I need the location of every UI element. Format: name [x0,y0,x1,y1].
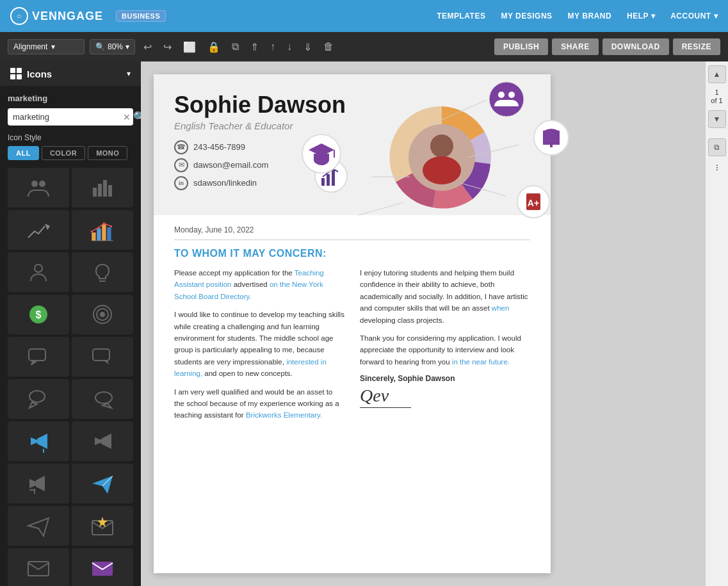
down-btn[interactable]: ↓ [284,38,295,55]
icon-paper-plane[interactable] [72,464,133,503]
rail-scroll-up[interactable]: ▲ [708,65,726,83]
sidebar-header: Icons ▾ [0,61,141,86]
resize-button[interactable]: RESIZE [673,38,720,55]
nav-my-brand[interactable]: MY BRAND [568,12,611,20]
sidebar: Icons ▾ marketing ✕ 🔍 Icon Style ALL COL… [0,61,141,586]
icon-growth-arrow[interactable] [8,210,69,250]
publish-button[interactable]: PUBLISH [494,38,548,55]
style-mono-button[interactable]: MONO [88,146,127,160]
action-buttons: PUBLISH SHARE DOWNLOAD RESIZE [494,38,720,55]
svg-rect-2 [93,188,97,197]
svg-point-13 [103,222,105,224]
rail-copy[interactable]: ⧉ [708,138,726,156]
icons-grid: $ [8,168,133,586]
toolbar: Alignment ▾ 🔍 80% ▾ ↩ ↪ ⬜ 🔒 ⧉ ⇑ ↑ ↓ ⇓ 🗑 … [0,32,728,61]
redo-btn[interactable]: ↪ [160,38,175,56]
download-button[interactable]: DOWNLOAD [603,38,669,55]
svg-marker-24 [31,361,37,366]
icon-people-group[interactable] [8,168,69,208]
icon-envelope-plain[interactable] [8,548,69,586]
business-badge[interactable]: BUSINESS [116,10,166,22]
nav-templates[interactable]: TEMPLATES [437,12,485,20]
canvas-area[interactable]: Sophie Dawson English Teacher & Educator… [141,61,705,586]
float-icon-grad [301,133,342,177]
doc-divider [174,240,530,240]
svg-text:$: $ [36,309,42,320]
icon-envelope-purple[interactable] [72,548,133,586]
doc-signature-label: Sincerely, Sophie Dawson [360,374,530,383]
rail-more[interactable]: ··· [711,164,723,170]
delete-btn[interactable]: 🗑 [320,38,337,55]
sidebar-dropdown-arrow[interactable]: ▾ [127,69,131,78]
logo-text: VENNGAGE [32,10,103,23]
icon-speech-bubble-left[interactable] [8,379,69,419]
icon-speech-bubble-right[interactable] [72,379,133,419]
icon-megaphone-2[interactable] [72,421,133,461]
doc-para-3: I am very well qualified and would be an… [174,386,344,421]
search-go-icon[interactable]: 🔍 [133,111,141,123]
icon-lightbulb[interactable] [72,252,133,292]
icon-dollar-circle[interactable]: $ [8,295,69,334]
sidebar-title: Icons [10,68,52,79]
zoom-control[interactable]: 🔍 80% ▾ [90,39,135,54]
svg-point-78 [508,92,515,98]
icon-megaphone-1[interactable] [8,421,69,461]
svg-rect-9 [102,224,106,241]
svg-point-27 [29,391,45,402]
svg-marker-31 [31,437,37,445]
copy-btn[interactable]: ⧉ [229,38,242,55]
up-btn[interactable]: ↑ [267,38,279,55]
svg-rect-25 [93,349,109,361]
icon-bar-chart[interactable] [72,168,133,208]
svg-rect-5 [108,185,112,197]
phone-icon: ☎ [174,140,188,154]
nav-account[interactable]: ACCOUNT ▾ [670,12,718,20]
lock-btn[interactable]: 🔒 [204,38,223,56]
float-icon-top-right [488,81,525,120]
svg-rect-80 [550,145,553,147]
style-color-button[interactable]: COLOR [42,146,85,160]
logo-icon: ○ [10,7,28,25]
svg-rect-10 [107,227,111,241]
right-rail: ▲ 1 of 1 ▼ ⧉ ··· [705,61,728,586]
to-top-btn[interactable]: ⇑ [247,38,262,56]
icon-style-label: Icon Style [8,133,133,142]
main-layout: Icons ▾ marketing ✕ 🔍 Icon Style ALL COL… [0,61,728,586]
svg-marker-28 [29,402,37,408]
icon-megaphone-3[interactable] [8,464,69,503]
icon-search-label: marketing [8,94,133,103]
doc-header: Sophie Dawson English Teacher & Educator… [154,74,551,215]
svg-point-0 [31,181,38,187]
undo-btn[interactable]: ↩ [140,38,155,56]
to-bottom-btn[interactable]: ⇓ [300,38,315,56]
svg-marker-32 [37,434,47,449]
crop-btn[interactable]: ⬜ [180,38,199,56]
logo[interactable]: ○ VENNGAGE [10,7,103,25]
svg-point-77 [498,92,505,98]
icon-paper-plane-outline[interactable] [8,506,69,546]
doc-heading: TO WHOM IT MAY CONCERN: [174,248,530,259]
doc-para-5: Thank you for considering my application… [360,332,530,368]
svg-point-12 [98,226,100,228]
svg-rect-85 [321,178,325,186]
alignment-dropdown[interactable]: Alignment ▾ [8,39,85,54]
search-clear-icon[interactable]: ✕ [123,112,131,122]
nav-links: TEMPLATES MY DESIGNS MY BRAND HELP ▾ ACC… [437,12,718,20]
nav-help[interactable]: HELP ▾ [627,12,655,20]
icon-chat-bubble-1[interactable] [8,337,69,377]
icon-bar-chart-color[interactable] [72,210,133,250]
icon-chat-bubble-2[interactable] [72,337,133,377]
rail-scroll-down[interactable]: ▼ [708,110,726,128]
icon-envelope-star[interactable] [72,506,133,546]
search-input[interactable] [13,112,120,122]
svg-point-76 [489,82,524,117]
icon-handshake[interactable] [8,252,69,292]
share-button[interactable]: SHARE [552,38,599,55]
doc-body: Monday, June 10, 2022 TO WHOM IT MAY CON… [154,215,551,443]
svg-marker-42 [28,518,49,536]
svg-marker-37 [36,476,45,491]
nav-my-designs[interactable]: MY DESIGNS [501,12,552,20]
style-all-button[interactable]: ALL [8,146,39,160]
icon-target[interactable] [72,295,133,334]
linkedin-icon: in [174,176,188,190]
